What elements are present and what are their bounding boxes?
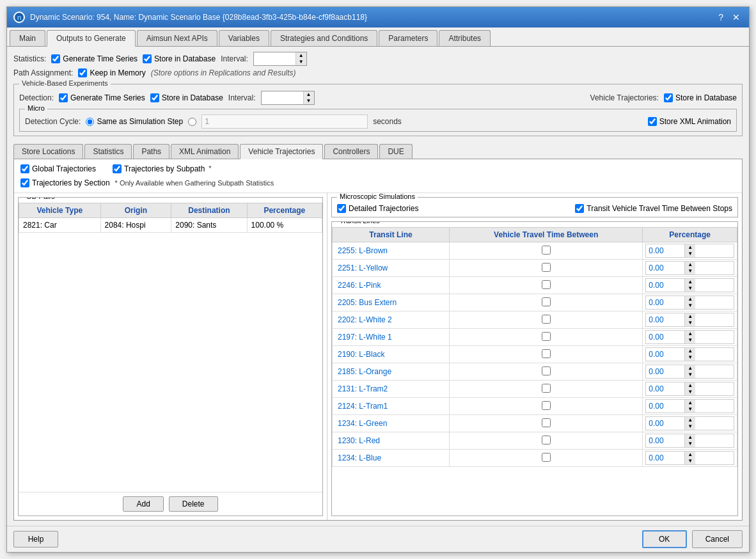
transit-pct-down[interactable]: ▼	[685, 337, 695, 343]
generate-ts-checkbox-label[interactable]: Generate Time Series	[51, 54, 138, 63]
sub-tab-statistics[interactable]: Statistics	[84, 144, 132, 159]
transit-table-row[interactable]: 2131: L-Tram2 ▲ ▼	[333, 381, 737, 398]
store-xml-label[interactable]: Store XML Animation	[648, 117, 731, 126]
transit-line-check[interactable]	[449, 294, 642, 311]
help-title-button[interactable]: ?	[716, 13, 726, 22]
transit-pct-down[interactable]: ▼	[685, 285, 695, 292]
transit-line-checkbox[interactable]	[542, 297, 551, 306]
transit-line-checkbox[interactable]	[542, 418, 551, 427]
tab-parameters[interactable]: Parameters	[379, 30, 437, 46]
detection-interval-field[interactable]: 00:10:00	[262, 91, 303, 104]
transit-line-check[interactable]	[449, 450, 642, 467]
global-trajectories-label[interactable]: Global Trajectories	[20, 164, 96, 173]
transit-table-row[interactable]: 1230: L-Red ▲ ▼	[333, 432, 737, 450]
transit-line-checkbox[interactable]	[542, 401, 551, 410]
transit-line-check[interactable]	[449, 381, 642, 398]
transit-pct-down[interactable]: ▼	[685, 268, 695, 274]
tab-outputs[interactable]: Outputs to Generate	[47, 30, 136, 47]
same-sim-step-radio[interactable]	[86, 118, 94, 126]
transit-pct-up[interactable]: ▲	[685, 417, 695, 423]
transit-pct-up[interactable]: ▲	[685, 262, 695, 268]
detailed-traj-label[interactable]: Detailed Trajectories	[337, 204, 418, 213]
generate-ts-checkbox[interactable]	[51, 54, 60, 63]
transit-travel-label[interactable]: Transit Vehicle Travel Time Between Stop…	[575, 204, 732, 213]
transit-table-row[interactable]: 2205: Bus Extern ▲ ▼	[333, 294, 737, 311]
custom-cycle-radio[interactable]	[188, 118, 196, 126]
transit-line-checkbox[interactable]	[542, 263, 551, 272]
detection-generate-ts-checkbox[interactable]	[59, 93, 68, 102]
transit-pct-input[interactable]	[646, 435, 684, 446]
transit-pct-down[interactable]: ▼	[685, 372, 695, 378]
transit-table-row[interactable]: 2197: L-White 1 ▲ ▼	[333, 329, 737, 346]
transit-table-row[interactable]: 2202: L-White 2 ▲ ▼	[333, 311, 737, 329]
detection-store-db-checkbox[interactable]	[150, 93, 159, 102]
transit-pct-down[interactable]: ▼	[685, 406, 695, 413]
delete-button[interactable]: Delete	[169, 496, 218, 512]
transit-pct-up[interactable]: ▲	[685, 382, 695, 389]
detection-interval-up[interactable]: ▲	[304, 91, 314, 98]
transit-table-row[interactable]: 1234: L-Blue ▲ ▼	[333, 450, 737, 467]
transit-line-check[interactable]	[449, 311, 642, 329]
close-title-button[interactable]: ✕	[730, 13, 743, 22]
store-db-checkbox-label[interactable]: Store in Database	[143, 54, 216, 63]
custom-cycle-radio-label[interactable]	[188, 118, 196, 126]
keep-memory-checkbox[interactable]	[78, 68, 87, 77]
transit-pct-input[interactable]	[646, 400, 684, 412]
sub-tab-due[interactable]: DUE	[379, 144, 412, 159]
transit-line-check[interactable]	[449, 242, 642, 260]
transit-pct-input[interactable]	[646, 280, 684, 291]
transit-line-checkbox[interactable]	[542, 384, 551, 393]
transit-pct-down[interactable]: ▼	[685, 441, 695, 447]
sub-tab-xml-animation[interactable]: XML Animation	[171, 144, 239, 159]
transit-line-checkbox[interactable]	[542, 332, 551, 341]
transit-line-checkbox[interactable]	[542, 280, 551, 289]
transit-pct-input[interactable]	[646, 383, 684, 395]
by-subpath-checkbox[interactable]	[113, 164, 122, 173]
transit-line-checkbox[interactable]	[542, 436, 551, 445]
table-row[interactable]: 2821: Car 2084: Hospi 2090: Sants 100.00…	[19, 218, 322, 233]
vehicle-traj-store-db-checkbox[interactable]	[664, 93, 673, 102]
vehicle-traj-store-db-label[interactable]: Store in Database	[664, 93, 737, 102]
store-xml-checkbox[interactable]	[648, 117, 657, 126]
cancel-button[interactable]: Cancel	[692, 530, 743, 548]
transit-pct-input[interactable]	[646, 366, 684, 377]
transit-line-checkbox[interactable]	[542, 453, 551, 462]
tab-strategies[interactable]: Strategies and Conditions	[271, 30, 377, 46]
by-section-checkbox[interactable]	[20, 178, 29, 187]
transit-table-row[interactable]: 2124: L-Tram1 ▲ ▼	[333, 398, 737, 415]
detection-store-db-label[interactable]: Store in Database	[150, 93, 223, 102]
transit-pct-up[interactable]: ▲	[685, 244, 695, 251]
ok-button[interactable]: OK	[642, 530, 687, 548]
transit-pct-down[interactable]: ▼	[685, 389, 695, 395]
transit-line-checkbox[interactable]	[542, 315, 551, 324]
transit-pct-input[interactable]	[646, 452, 684, 464]
transit-line-check[interactable]	[449, 346, 642, 363]
global-trajectories-checkbox[interactable]	[20, 164, 29, 173]
transit-line-checkbox[interactable]	[542, 349, 551, 358]
same-sim-step-radio-label[interactable]: Same as Simulation Step	[86, 117, 183, 126]
transit-table-row[interactable]: 2251: L-Yellow ▲ ▼	[333, 260, 737, 277]
transit-pct-down[interactable]: ▼	[685, 320, 695, 326]
transit-pct-input[interactable]	[646, 331, 684, 343]
transit-pct-down[interactable]: ▼	[685, 458, 695, 464]
transit-line-checkbox[interactable]	[542, 366, 551, 375]
sub-tab-store-locations[interactable]: Store Locations	[13, 144, 83, 159]
transit-pct-up[interactable]: ▲	[685, 279, 695, 285]
transit-line-check[interactable]	[449, 329, 642, 346]
transit-pct-up[interactable]: ▲	[685, 434, 695, 441]
transit-line-check[interactable]	[449, 398, 642, 415]
transit-line-check[interactable]	[449, 415, 642, 432]
transit-pct-up[interactable]: ▲	[685, 313, 695, 320]
transit-table-row[interactable]: 1234: L-Green ▲ ▼	[333, 415, 737, 432]
tab-variables[interactable]: Variables	[219, 30, 269, 46]
transit-pct-up[interactable]: ▲	[685, 400, 695, 406]
sub-tab-controllers[interactable]: Controllers	[324, 144, 378, 159]
transit-line-check[interactable]	[449, 432, 642, 450]
transit-line-check[interactable]	[449, 260, 642, 277]
transit-pct-down[interactable]: ▼	[685, 303, 695, 309]
transit-pct-input[interactable]	[646, 297, 684, 308]
transit-travel-checkbox[interactable]	[575, 204, 584, 213]
transit-line-check[interactable]	[449, 277, 642, 294]
by-subpath-label[interactable]: Trajectories by Subpath	[113, 164, 205, 173]
transit-line-check[interactable]	[449, 363, 642, 381]
